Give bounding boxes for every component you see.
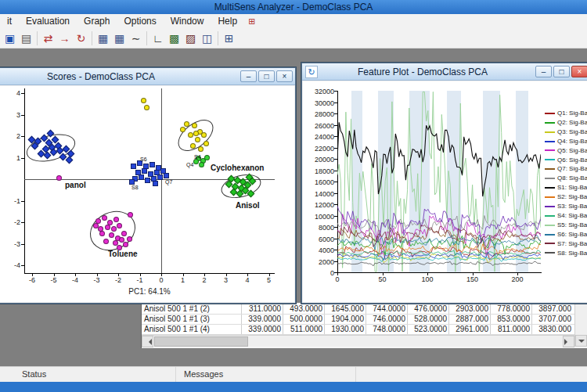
title-bar[interactable]: MultiSens Analyzer - DemoClass PCA [0, 0, 587, 14]
export-data-icon[interactable]: → [56, 30, 73, 46]
feature-y-tick [334, 239, 337, 239]
scatter-point [203, 141, 209, 146]
scores-y-tick-label: 4 [0, 89, 20, 97]
table-cell-value: 3897.000 [531, 304, 573, 314]
table-horizontal-scrollbar[interactable] [142, 335, 574, 347]
feature-y-tick-label: 16000 [304, 178, 334, 186]
legend-item[interactable]: S3: Sig-Bas... [545, 203, 587, 211]
scores-plot[interactable]: PC1: 64.1% -6-5-4-3-2-10123454321-1-2-3-… [0, 86, 294, 302]
matrix-icon[interactable]: ▩ [166, 30, 182, 46]
close-button[interactable]: × [571, 66, 587, 77]
spreadsheet-icon[interactable]: ▦ [111, 30, 128, 46]
scatter-point [113, 217, 119, 222]
scatter-point [198, 146, 203, 152]
menu-item-evaluation[interactable]: Evaluation [19, 14, 77, 28]
feature-y-tick [334, 171, 337, 171]
legend-item[interactable]: S7: Sig-Bas... [545, 240, 587, 249]
scores-y-tick-label: -1 [0, 197, 20, 205]
scores-y-tick [21, 93, 24, 94]
scatter-point [128, 212, 133, 218]
axes-plot-icon[interactable]: ∟ [149, 30, 166, 46]
feature-y-tick [334, 216, 337, 217]
feature-window-titlebar[interactable]: ↻ Feature Plot - DemoClass PCA – □ × [302, 63, 587, 81]
table-cell-value: 744.0000 [366, 304, 407, 314]
menu-item-window[interactable]: Window [164, 14, 211, 28]
print-icon[interactable]: ▤ [18, 30, 34, 46]
scatter-point [145, 178, 150, 183]
window-split-icon[interactable]: ◫ [199, 30, 215, 46]
horizontal-scroll-thumb[interactable] [154, 336, 248, 347]
legend-item[interactable]: Q7: Sig-Bas... [545, 165, 587, 174]
legend-item[interactable]: S2: Sig-Bas... [545, 193, 587, 202]
table-row[interactable]: Anisol 500 1 #1 (3)339.0000500.00001904.… [142, 315, 574, 325]
feature-y-tick [334, 136, 337, 137]
maximize-button[interactable]: □ [258, 70, 275, 82]
point-label: S4 [194, 154, 201, 160]
data-table-icon[interactable]: ▦ [95, 30, 111, 46]
feature-chart[interactable] [337, 91, 541, 272]
maximize-button[interactable]: □ [553, 66, 570, 77]
legend-item[interactable]: Q8: Sig-Bas... [545, 174, 587, 183]
legend-item[interactable]: S5: Sig-Bas... [545, 221, 587, 230]
table-cell-value: 2887.000 [448, 315, 490, 324]
scores-window-titlebar[interactable]: Scores - DemoClass PCA – □ × [0, 68, 295, 85]
legend-item[interactable]: Q2: Sig-Bas... [545, 119, 587, 128]
table-row[interactable]: Anisol 500 1 #1 (2)311.0000493.00001645.… [142, 304, 574, 315]
close-button[interactable]: × [276, 70, 293, 82]
minimize-button[interactable]: – [535, 66, 552, 77]
legend-item[interactable]: Q6: Sig-Bas... [545, 156, 587, 165]
table-cell-value: 1645.000 [324, 304, 366, 314]
feature-y-tick [334, 193, 337, 194]
table-cell-value: 528.0000 [407, 315, 448, 324]
table-row[interactable]: Anisol 500 1 #1 (4)339.0000511.00001930.… [142, 325, 574, 335]
legend-item[interactable]: S4: Sig-Bas... [545, 212, 587, 221]
table-cell-sample-name: Anisol 500 1 #1 (4) [142, 325, 241, 334]
scatter-point [190, 143, 196, 149]
scores-window: Scores - DemoClass PCA – □ × PC1: 64.1% … [0, 67, 296, 304]
save-icon[interactable]: ▣ [2, 30, 18, 46]
scatter-point [103, 239, 109, 244]
table-cell-sample-name: Anisol 500 1 #1 (2) [142, 304, 241, 314]
menu-item-options[interactable]: Options [117, 14, 163, 28]
cluster-label: Toluene [108, 250, 138, 258]
reload-icon[interactable]: ↻ [73, 30, 89, 46]
import-data-icon[interactable]: ⇄ [40, 30, 56, 46]
scroll-left-button[interactable] [142, 336, 153, 347]
legend-swatch [545, 196, 555, 198]
scatter-point [164, 173, 169, 178]
scores-y-tick [21, 136, 24, 137]
signal-plot-icon[interactable]: ∼ [128, 30, 144, 46]
scores-x-tick-label: -5 [48, 276, 60, 284]
legend-item[interactable]: Q3: Sig-Bas... [545, 128, 587, 137]
feature-plot[interactable]: Q1: Sig-Bas...Q2: Sig-Bas...Q3: Sig-Bas.… [303, 81, 587, 302]
legend-item[interactable]: Q1: Sig-Bas... [545, 110, 587, 118]
scatter-point [93, 223, 99, 228]
application-window: MultiSens Analyzer - DemoClass PCA itEva… [0, 0, 587, 392]
minimize-button[interactable]: – [240, 70, 257, 82]
grid-icon[interactable]: ⊞ [221, 30, 237, 46]
window-title: MultiSens Analyzer - DemoClass PCA [214, 2, 373, 13]
table-cell-value: 778.0000 [490, 304, 531, 314]
legend-item[interactable]: S1: Sig-Bas... [545, 184, 587, 192]
legend-item[interactable]: S6: Sig-Bas... [545, 231, 587, 239]
table-cell-value: 853.0000 [490, 315, 531, 324]
pattern-icon[interactable]: ▨ [182, 30, 199, 46]
menu-item-help[interactable]: Help [211, 14, 244, 28]
legend-item[interactable]: Q5: Sig-Bas... [545, 147, 587, 156]
menu-item-it[interactable]: it [0, 14, 19, 28]
table-cell-value: 748.0000 [366, 325, 407, 334]
legend-swatch [545, 131, 555, 133]
legend-item[interactable]: S8: Sig-Bas... [545, 250, 587, 258]
legend-swatch [545, 225, 555, 226]
scores-x-tick-label: -2 [112, 276, 124, 284]
scroll-right-button[interactable] [563, 336, 574, 347]
legend-item[interactable]: Q4: Sig-Bas... [545, 138, 587, 146]
menubar-mini-icon[interactable]: ⊞ [248, 16, 255, 27]
menu-bar: itEvaluationGraphOptionsWindowHelp⊞ [0, 14, 587, 28]
legend-swatch [545, 178, 555, 179]
cluster-label: Cyclohexanon [211, 164, 264, 172]
table-vertical-scrollbar[interactable] [574, 303, 587, 347]
point-label: S6 [140, 156, 147, 162]
scroll-down-button[interactable] [575, 335, 587, 347]
menu-item-graph[interactable]: Graph [77, 14, 117, 28]
